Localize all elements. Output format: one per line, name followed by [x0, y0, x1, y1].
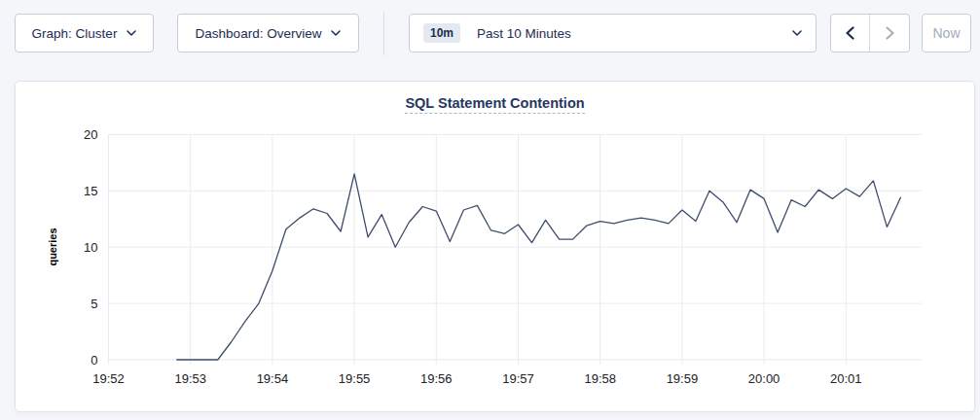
x-tick-label: 19:59: [667, 371, 699, 386]
contention-chart[interactable]: 0510152019:5219:5319:5419:5519:5619:5719…: [15, 81, 975, 412]
x-tick-label: 19:56: [420, 371, 453, 386]
time-range-badge: 10m: [423, 23, 460, 43]
dashboard-dropdown[interactable]: Dashboard: Overview: [177, 14, 359, 52]
y-tick-label: 20: [84, 127, 97, 142]
y-axis-label: queries: [47, 228, 58, 265]
graph-dropdown-label: Graph: Cluster: [32, 26, 118, 41]
x-tick-label: 19:58: [584, 371, 616, 386]
x-tick-label: 19:52: [92, 371, 125, 386]
x-tick-label: 19:53: [174, 371, 206, 386]
series-line-queries: [177, 174, 901, 360]
time-range-label: Past 10 Minutes: [477, 26, 571, 41]
y-tick-label: 10: [84, 240, 97, 255]
graph-dropdown[interactable]: Graph: Cluster: [15, 14, 154, 52]
x-tick-label: 19:57: [502, 371, 534, 386]
time-forward-button[interactable]: [870, 15, 909, 52]
chart-title[interactable]: SQL Statement Contention: [405, 95, 584, 114]
chart-panel: SQL Statement Contention 0510152019:5219…: [15, 81, 975, 412]
x-tick-label: 19:54: [257, 371, 289, 386]
now-button[interactable]: Now: [922, 14, 971, 52]
dashboard-dropdown-label: Dashboard: Overview: [196, 26, 322, 41]
toolbar-divider: [383, 12, 384, 55]
x-tick-label: 20:01: [830, 371, 862, 386]
y-tick-label: 0: [91, 353, 97, 368]
time-pager: [830, 14, 910, 52]
chevron-down-icon: [331, 30, 341, 36]
y-tick-label: 15: [84, 184, 97, 198]
chevron-right-icon: [886, 26, 894, 40]
chevron-down-icon: [792, 30, 802, 36]
chevron-left-icon: [846, 26, 854, 40]
x-tick-label: 20:00: [748, 371, 780, 386]
y-tick-label: 5: [91, 297, 97, 311]
time-backward-button[interactable]: [831, 15, 870, 52]
time-range-dropdown[interactable]: 10m Past 10 Minutes: [409, 14, 817, 52]
toolbar: Graph: Cluster Dashboard: Overview 10m P…: [15, 14, 971, 52]
chevron-down-icon: [127, 30, 136, 36]
x-tick-label: 19:55: [339, 371, 371, 386]
chart-title-row: SQL Statement Contention: [16, 94, 974, 114]
